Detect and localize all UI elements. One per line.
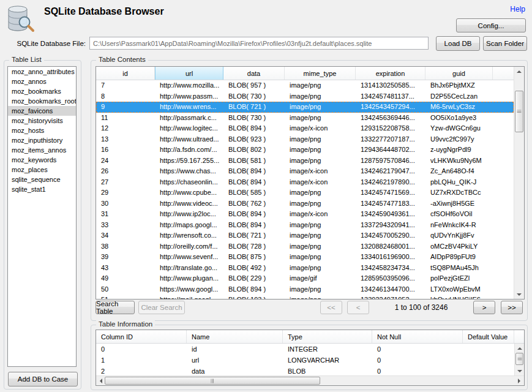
cell-url: https://59.167.255...	[155, 156, 223, 167]
info-cell-name: id	[187, 344, 283, 355]
info-column-header-name[interactable]: Name	[187, 330, 283, 343]
table-list-item-moz_places[interactable]: moz_places	[8, 165, 76, 175]
table-row[interactable]: 29http://www.cpube...BLOB( 585 )image/pn…	[96, 187, 514, 198]
cell-id: 29	[96, 187, 155, 198]
column-header-mime_type[interactable]: mime_type	[285, 67, 356, 80]
scroll-up-arrow[interactable]	[515, 344, 524, 353]
column-header-guid[interactable]: guid	[425, 67, 493, 80]
vertical-scrollbar[interactable]	[514, 67, 524, 299]
table-row[interactable]: 24https://59.167.255...BLOB( 581 )image/…	[96, 156, 514, 167]
horizontal-scrollbar[interactable]	[96, 375, 524, 385]
scroll-down-arrow[interactable]	[515, 366, 524, 375]
scan-folder-button[interactable]: Scan Folder	[483, 36, 527, 51]
table-row[interactable]: 49http://www.plugan...BLOB( 229 )image/g…	[96, 273, 514, 284]
table-contents-group-label: Table Contents	[96, 56, 148, 63]
table-row[interactable]: 34http://wrensoft.co...BLOB( 721 )image/…	[96, 230, 514, 241]
search-table-button[interactable]: Search Table	[96, 301, 135, 314]
table-list-item-moz_annos[interactable]: moz_annos	[8, 77, 76, 86]
table-row[interactable]: 26https://www.chas...BLOB( 894 )image/x-…	[96, 166, 514, 177]
database-file-input[interactable]	[89, 37, 429, 50]
info-table-row[interactable]: 2dataBLOB0	[96, 366, 514, 375]
cell-guid: M6-5rwLyC3sz	[425, 102, 493, 113]
table-row[interactable]: 39http://www.sevenf...BLOB( 875 )image/p…	[96, 252, 514, 263]
cell-mime_type: image/png	[285, 156, 356, 167]
table-list-item-sqlite_stat1[interactable]: sqlite_stat1	[8, 184, 76, 194]
column-header-id[interactable]: id	[96, 67, 155, 80]
cell-mime_type: image/png	[285, 252, 356, 263]
cell-mime_type: image/png	[285, 91, 356, 102]
table-list-item-moz_historyvisits[interactable]: moz_historyvisits	[8, 116, 76, 126]
vertical-scrollbar[interactable]	[514, 344, 524, 375]
table-row[interactable]: 8http://www.passm...BLOB( 730 )image/png…	[96, 91, 514, 102]
table-list-item-sqlite_sequence[interactable]: sqlite_sequence	[8, 175, 76, 184]
scroll-up-arrow[interactable]	[514, 67, 524, 76]
cell-data: BLOB( 894 )	[223, 284, 285, 295]
cell-mime_type: image/png	[285, 187, 356, 198]
table-list-item-moz_items_annos[interactable]: moz_items_annos	[8, 145, 76, 155]
scrollbar-thumb[interactable]	[515, 91, 523, 132]
load-db-button[interactable]: Load DB	[436, 36, 480, 51]
table-row[interactable]: 31http://www.ip2loc...BLOB( 894 )image/x…	[96, 209, 514, 220]
table-contents-grid: idurldatamime_typeexpirationguid 7http:/…	[96, 66, 525, 300]
config-button[interactable]: Config...	[456, 18, 526, 32]
table-row[interactable]: 7http://www.mozilla...BLOB( 957 )image/p…	[96, 80, 514, 91]
table-row[interactable]: 11http://passmark.c...BLOB( 730 )image/p…	[96, 113, 514, 124]
info-table-row[interactable]: 1urlLONGVARCHAR0	[96, 355, 514, 366]
cell-id: 38	[96, 241, 155, 252]
table-list-item-moz_keywords[interactable]: moz_keywords	[8, 155, 76, 165]
add-db-to-case-button[interactable]: Add DB to Case	[8, 372, 78, 386]
table-list-item-moz_anno_attributes[interactable]: moz_anno_attributes	[8, 67, 76, 77]
cell-url: http://www.videoc...	[155, 198, 223, 209]
table-row[interactable]: 27https://chaseonlin...BLOB( 894 )image/…	[96, 177, 514, 188]
first-page-button[interactable]: <<	[320, 301, 342, 314]
last-page-button[interactable]: >>	[501, 301, 523, 314]
info-column-header-default-value[interactable]: Default Value	[463, 330, 514, 343]
cell-id: 24	[96, 156, 155, 167]
cell-id: 49	[96, 273, 155, 284]
table-row[interactable]: 16http://a.fsdn.com/...BLOB( 802 )image/…	[96, 145, 514, 156]
table-row[interactable]: 13http://www.ultraed...BLOB( 923 )image/…	[96, 134, 514, 145]
cell-data: BLOB( 802 )	[223, 145, 285, 156]
table-row[interactable]: 43http://translate.go...BLOB( 492 )image…	[96, 263, 514, 274]
table-row[interactable]: 12http://www.logitec...BLOB( 894 )image/…	[96, 123, 514, 134]
cell-data: BLOB( 730 )	[223, 91, 285, 102]
cell-id: 33	[96, 220, 155, 231]
cell-mime_type: image/png	[285, 198, 356, 209]
down-arrow-icon	[517, 370, 522, 372]
column-header-url[interactable]: url	[155, 67, 223, 80]
table-list-item-moz_bookmarks[interactable]: moz_bookmarks	[8, 86, 76, 96]
scrollbar-thumb[interactable]	[105, 377, 320, 385]
scrollbar-thumb[interactable]	[515, 353, 523, 365]
column-header-data[interactable]: data	[223, 67, 285, 80]
table-list-item-moz_favicons[interactable]: moz_favicons	[8, 106, 76, 116]
table-row[interactable]: 30http://www.videoc...BLOB( 762 )image/p…	[96, 198, 514, 209]
info-table-row[interactable]: 0idINTEGER0	[96, 344, 514, 355]
info-cell-column-id: 0	[96, 344, 187, 355]
info-column-header-not-null[interactable]: Not Null	[372, 330, 463, 343]
scroll-down-arrow[interactable]	[514, 290, 524, 299]
table-row[interactable]: 33http://maps.googl...BLOB( 894 )image/p…	[96, 220, 514, 231]
cell-expiration: 1337294320941...	[356, 220, 425, 231]
cell-data: BLOB( 730 )	[223, 113, 285, 124]
previous-page-button[interactable]: <	[347, 301, 369, 314]
cell-id: 31	[96, 209, 155, 220]
table-list-item-moz_hosts[interactable]: moz_hosts	[8, 126, 76, 135]
cell-mime_type: image/png	[285, 102, 356, 113]
table-row[interactable]: 9http://www.wrens...BLOB( 721 )image/png…	[96, 102, 514, 113]
help-link[interactable]: Help	[510, 5, 525, 13]
cell-id: 16	[96, 145, 155, 156]
cell-guid: tSQ8PMAu45Jh	[425, 263, 493, 274]
next-page-button[interactable]: >	[473, 301, 495, 314]
clear-search-button[interactable]: Clear Search	[138, 301, 185, 314]
table-list-item-moz_bookmarks_roots[interactable]: moz_bookmarks_roots	[8, 96, 76, 106]
info-cell-type: BLOB	[283, 366, 372, 375]
table-row[interactable]: 51https://mail.googl...BLOB( 193 )image/…	[96, 295, 514, 299]
cell-id: 13	[96, 134, 155, 145]
table-row[interactable]: 38http://oreilly.com/f...BLOB( 728 )imag…	[96, 241, 514, 252]
info-column-header-column-id[interactable]: Column ID	[96, 330, 187, 343]
column-header-expiration[interactable]: expiration	[356, 67, 425, 80]
table-list-item-moz_inputhistory[interactable]: moz_inputhistory	[8, 135, 76, 145]
table-row[interactable]: 50https://www.googl...BLOB( 894 )image/p…	[96, 284, 514, 295]
scroll-right-arrow[interactable]	[514, 376, 524, 385]
info-column-header-type[interactable]: Type	[283, 330, 372, 343]
